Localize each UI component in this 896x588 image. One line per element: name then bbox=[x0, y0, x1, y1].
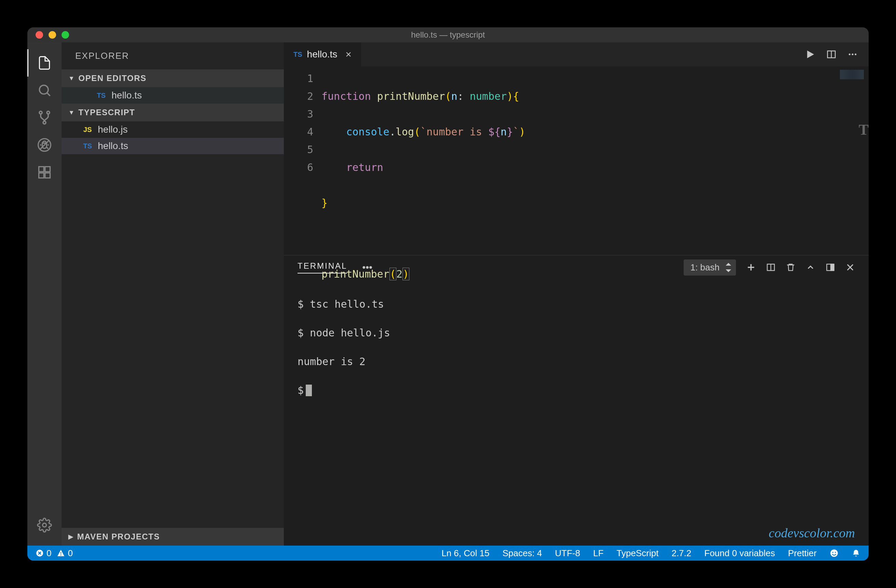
open-editor-item[interactable]: TS hello.ts bbox=[62, 87, 284, 104]
status-errors[interactable]: 0 bbox=[35, 548, 51, 559]
project-label: TYPESCRIPT bbox=[78, 108, 135, 117]
files-icon bbox=[37, 55, 52, 70]
svg-point-4 bbox=[43, 121, 46, 124]
tab-filename: hello.ts bbox=[307, 49, 338, 60]
split-editor-icon[interactable] bbox=[826, 49, 837, 59]
code-editor[interactable]: 1 2 3 4 5 6 function printNumber(n: numb… bbox=[284, 66, 869, 255]
run-icon[interactable] bbox=[805, 49, 815, 59]
file-item-hello-ts[interactable]: TS hello.ts bbox=[62, 138, 284, 154]
status-notifications-icon[interactable] bbox=[852, 549, 861, 558]
maven-label: MAVEN PROJECTS bbox=[77, 532, 160, 541]
traffic-lights bbox=[27, 31, 69, 39]
minimize-window-button[interactable] bbox=[49, 31, 56, 39]
terminal-cursor bbox=[306, 385, 312, 396]
filename: hello.ts bbox=[98, 140, 128, 151]
file-item-hello-js[interactable]: JS hello.js bbox=[62, 121, 284, 138]
ts-badge: TS bbox=[96, 91, 107, 99]
activity-search[interactable] bbox=[27, 76, 62, 104]
terminal-selector[interactable]: 1: bash bbox=[684, 259, 736, 276]
status-variables[interactable]: Found 0 variables bbox=[704, 548, 775, 559]
text-decoration-icon: T bbox=[859, 121, 869, 139]
svg-point-16 bbox=[855, 54, 856, 55]
new-terminal-icon[interactable] bbox=[746, 262, 756, 272]
terminal[interactable]: $ tsc hello.ts $ node hello.js number is… bbox=[284, 279, 869, 545]
explorer-sidebar: EXPLORER ▼ OPEN EDITORS TS hello.ts ▼ TY… bbox=[62, 43, 284, 545]
status-bar: 0 0 Ln 6, Col 15 Spaces: 4 UTF-8 LF Type… bbox=[27, 545, 869, 561]
gear-icon bbox=[37, 518, 52, 533]
svg-point-3 bbox=[47, 111, 50, 114]
svg-point-30 bbox=[830, 549, 838, 557]
panel-position-icon[interactable] bbox=[826, 262, 835, 272]
status-ts-version[interactable]: 2.7.2 bbox=[672, 548, 692, 559]
split-terminal-icon[interactable] bbox=[766, 262, 776, 272]
activity-source-control[interactable] bbox=[27, 104, 62, 131]
titlebar: hello.ts — typescript bbox=[27, 27, 869, 43]
svg-point-15 bbox=[852, 54, 853, 55]
watermark: codevscolor.com bbox=[769, 526, 855, 540]
vscode-window: hello.ts — typescript EXPLORER bbox=[27, 27, 869, 561]
chevron-down-icon: ▼ bbox=[69, 109, 75, 116]
maximize-panel-icon[interactable] bbox=[806, 262, 815, 272]
svg-line-1 bbox=[47, 93, 50, 96]
project-header[interactable]: ▼ TYPESCRIPT bbox=[62, 104, 284, 121]
status-warnings[interactable]: 0 bbox=[57, 548, 73, 559]
search-icon bbox=[37, 83, 52, 98]
svg-point-11 bbox=[43, 523, 47, 527]
kill-terminal-icon[interactable] bbox=[786, 262, 795, 272]
window-body: EXPLORER ▼ OPEN EDITORS TS hello.ts ▼ TY… bbox=[27, 43, 869, 545]
tab-hello-ts[interactable]: TS hello.ts × bbox=[284, 43, 361, 66]
js-badge: JS bbox=[82, 126, 93, 134]
terminal-line: $ node hello.js bbox=[297, 326, 855, 340]
svg-point-14 bbox=[849, 54, 850, 55]
ts-badge: TS bbox=[293, 50, 302, 58]
window-title: hello.ts — typescript bbox=[411, 30, 485, 40]
editor-actions bbox=[794, 43, 869, 66]
svg-rect-7 bbox=[39, 167, 44, 172]
status-feedback-icon[interactable] bbox=[830, 549, 838, 558]
svg-rect-22 bbox=[830, 264, 834, 271]
svg-point-32 bbox=[835, 552, 836, 553]
activity-settings[interactable] bbox=[27, 512, 62, 539]
tab-bar: TS hello.ts × bbox=[284, 43, 869, 66]
close-tab-icon[interactable]: × bbox=[345, 49, 352, 60]
terminal-line: $ bbox=[297, 383, 855, 398]
close-window-button[interactable] bbox=[35, 31, 43, 39]
code-content: function printNumber(n: number){ console… bbox=[322, 66, 525, 255]
status-encoding[interactable]: UTF-8 bbox=[555, 548, 581, 559]
chevron-down-icon: ▼ bbox=[69, 75, 75, 82]
svg-point-2 bbox=[39, 111, 42, 114]
activity-explorer[interactable] bbox=[27, 49, 62, 76]
status-language[interactable]: TypeScript bbox=[617, 548, 659, 559]
warning-icon bbox=[57, 549, 65, 557]
svg-point-0 bbox=[39, 85, 48, 94]
maximize-window-button[interactable] bbox=[62, 31, 69, 39]
close-panel-icon[interactable] bbox=[846, 262, 855, 272]
terminal-line: $ tsc hello.ts bbox=[297, 297, 855, 311]
activity-debug[interactable] bbox=[27, 131, 62, 158]
line-numbers: 1 2 3 4 5 6 bbox=[284, 66, 322, 255]
svg-point-31 bbox=[832, 552, 834, 553]
terminal-panel: TERMINAL ••• 1: bash bbox=[284, 255, 869, 545]
open-editor-filename: hello.ts bbox=[111, 90, 142, 101]
chevron-right-icon: ▶ bbox=[69, 533, 74, 541]
branch-icon bbox=[37, 110, 52, 125]
editor-group: TS hello.ts × bbox=[284, 43, 869, 545]
minimap[interactable] bbox=[840, 70, 864, 79]
status-formatter[interactable]: Prettier bbox=[788, 548, 817, 559]
no-bug-icon bbox=[37, 137, 52, 152]
svg-rect-9 bbox=[45, 173, 50, 178]
svg-point-29 bbox=[61, 554, 62, 556]
sidebar-title: EXPLORER bbox=[62, 43, 284, 69]
activity-bar bbox=[27, 43, 62, 545]
open-editors-header[interactable]: ▼ OPEN EDITORS bbox=[62, 69, 284, 87]
svg-rect-10 bbox=[45, 167, 50, 172]
status-eol[interactable]: LF bbox=[593, 548, 603, 559]
error-icon bbox=[35, 549, 44, 557]
more-actions-icon[interactable] bbox=[847, 49, 858, 59]
status-indentation[interactable]: Spaces: 4 bbox=[502, 548, 542, 559]
status-cursor-position[interactable]: Ln 6, Col 15 bbox=[442, 548, 489, 559]
terminal-line: number is 2 bbox=[297, 355, 855, 369]
maven-projects-header[interactable]: ▶ MAVEN PROJECTS bbox=[62, 528, 284, 545]
ts-badge: TS bbox=[82, 142, 93, 150]
activity-extensions[interactable] bbox=[27, 158, 62, 186]
